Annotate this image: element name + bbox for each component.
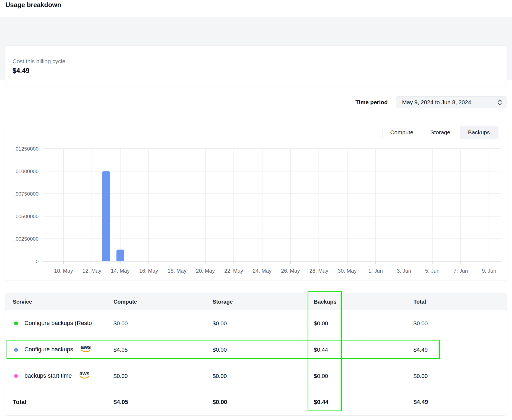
storage-value-cell: $0.00 [213, 310, 227, 336]
chart-tab-compute[interactable]: Compute [383, 126, 421, 139]
x-axis-label: 3. Jun [397, 268, 411, 274]
total-value-cell: $0.00 [413, 363, 428, 389]
service-cell: Configure backups (Resto [14, 310, 92, 336]
column-header-backups: Backups [314, 293, 336, 310]
bar-13-may [102, 171, 110, 261]
x-axis-label: 26. May [281, 268, 300, 274]
svg-text:aws: aws [81, 344, 91, 350]
usage-breakdown-page: Usage breakdown Cost this billing cycle … [0, 0, 512, 420]
backups-value-cell: $0.44 [314, 336, 328, 363]
column-header-storage: Storage [213, 293, 233, 310]
x-axis-label: 24. May [253, 268, 272, 274]
time-period-select[interactable]: May 9, 2024 to Jun 8, 2024 [396, 96, 507, 108]
storage-value-cell: $0.00 [213, 363, 227, 389]
service-name: Configure backups (Resto [24, 320, 92, 327]
total-row-storage: $0.00 [213, 389, 227, 415]
y-axis-label: .01250000 [14, 146, 39, 152]
backups-value-cell: $0.00 [314, 363, 328, 389]
y-axis-label: .01000000 [14, 168, 39, 174]
y-axis-label: 0 [36, 259, 39, 264]
usage-chart-card: .01250000.01000000.00750000.00500000.002… [5, 120, 507, 281]
x-axis-label: 28. May [309, 268, 328, 274]
chart-tab-storage[interactable]: Storage [421, 126, 460, 139]
table-total-row: Total $4.05 $0.00 $0.44 $4.49 [5, 389, 507, 415]
chart-category-tabs: ComputeStorageBackups [382, 126, 498, 139]
page-title: Usage breakdown [5, 1, 61, 9]
series-color-dot [14, 374, 18, 378]
x-axis-label: 9. Jun [482, 268, 496, 274]
total-row-backups: $0.44 [314, 389, 328, 415]
compute-value-cell: $0.00 [113, 363, 128, 389]
series-color-dot [14, 322, 18, 325]
select-updown-icon [497, 99, 503, 106]
y-axis-label: .00500000 [14, 214, 39, 219]
total-row-total: $4.49 [413, 389, 428, 415]
aws-logo-icon: aws [80, 344, 92, 355]
x-axis-label: 5. Jun [425, 268, 440, 274]
total-row-label: Total [13, 389, 26, 415]
time-period-value: May 9, 2024 to Jun 8, 2024 [402, 99, 497, 106]
table-header-row: ServiceComputeStorageBackupsTotal [5, 293, 507, 310]
usage-table-card: ServiceComputeStorageBackupsTotal Config… [5, 293, 507, 416]
y-axis-label: .00750000 [14, 191, 39, 197]
cost-cycle-value: $4.49 [12, 67, 30, 75]
service-name: Configure backups [24, 346, 73, 353]
usage-bar-chart: .01250000.01000000.00750000.00500000.002… [5, 120, 507, 281]
aws-logo-icon: aws [79, 370, 91, 381]
compute-value-cell: $0.00 [113, 310, 128, 336]
service-name: backups start time [24, 373, 72, 379]
total-value-cell: $0.00 [413, 310, 428, 336]
bar-14-may [116, 250, 124, 261]
svg-text:aws: aws [80, 370, 90, 376]
x-axis-label: 14. May [111, 268, 130, 274]
time-period-label: Time period [355, 99, 388, 106]
column-header-total: Total [413, 293, 426, 310]
cost-cycle-label: Cost this billing cycle [12, 58, 65, 65]
x-axis-label: 16. May [139, 268, 158, 274]
column-header-service: Service [13, 293, 32, 310]
column-header-compute: Compute [113, 293, 137, 310]
total-row-compute: $4.05 [113, 389, 128, 415]
x-axis-label: 1. Jun [368, 268, 383, 274]
series-color-dot [14, 348, 18, 352]
summary-band: Cost this billing cycle $4.49 [0, 17, 512, 80]
y-axis-label: .00250000 [14, 236, 39, 242]
chart-tab-backups[interactable]: Backups [460, 126, 498, 139]
x-axis-label: 22. May [224, 268, 243, 274]
x-axis-label: 18. May [167, 268, 187, 274]
total-value-cell: $4.49 [413, 336, 428, 363]
table-row: Configure backupsaws$4.05$0.00$0.44$4.49 [5, 336, 507, 363]
x-axis-label: 20. May [196, 268, 215, 274]
x-axis-label: 12. May [83, 268, 102, 274]
cost-summary-card: Cost this billing cycle $4.49 [5, 45, 507, 87]
service-cell: backups start timeaws [14, 363, 91, 389]
x-axis-label: 10. May [54, 268, 73, 274]
table-row: backups start timeaws$0.00$0.00$0.00$0.0… [5, 363, 507, 389]
x-axis-label: 30. May [338, 268, 357, 274]
compute-value-cell: $4.05 [113, 336, 128, 363]
table-row: Configure backups (Resto$0.00$0.00$0.00$… [5, 310, 507, 336]
backups-value-cell: $0.00 [314, 310, 328, 336]
storage-value-cell: $0.00 [213, 336, 227, 363]
x-axis-label: 7. Jun [453, 268, 468, 274]
service-cell: Configure backupsaws [14, 336, 92, 363]
